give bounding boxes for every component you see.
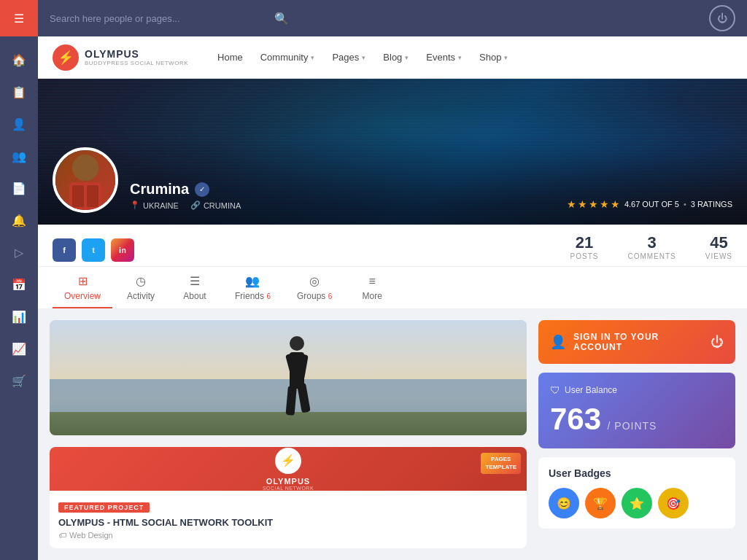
profile-cover: Crumina ✓ 📍 UKRAINE 🔗 CRUMINA bbox=[38, 79, 747, 225]
rating-separator: • bbox=[684, 200, 686, 209]
about-label: About bbox=[183, 291, 206, 301]
nav-pages[interactable]: Pages ▾ bbox=[332, 52, 365, 63]
stat-views: 45 VIEWS bbox=[705, 233, 732, 260]
star-2: ★ bbox=[578, 198, 587, 210]
signin-user-icon: 👤 bbox=[550, 334, 566, 350]
posts-count: 21 bbox=[570, 233, 599, 252]
badge-item-2: 🏆 bbox=[585, 488, 616, 518]
project-logo-name: OLYMPUS bbox=[266, 477, 310, 486]
svg-rect-3 bbox=[87, 185, 98, 207]
content-left: ⚡ OLYMPUS SOCIAL NETWORK PAGES TEMPLATE … bbox=[50, 320, 527, 548]
profile-avatar bbox=[53, 147, 118, 213]
groups-badge: 6 bbox=[328, 292, 333, 300]
svg-rect-8 bbox=[286, 386, 297, 416]
sidebar-icon-pages[interactable]: 📄 bbox=[6, 175, 32, 201]
site-navbar: ⚡ OLYMPUS BUDDYPRESS SOCIAL NETWORK Home… bbox=[38, 36, 747, 79]
nav-events[interactable]: Events ▾ bbox=[426, 52, 462, 63]
link-icon: 🔗 bbox=[190, 201, 201, 210]
search-icon[interactable]: 🔍 bbox=[274, 12, 289, 26]
more-label: More bbox=[363, 291, 382, 301]
hamburger-icon: ☰ bbox=[14, 12, 24, 26]
search-box: 🔍 bbox=[50, 12, 709, 26]
sidebar-icon-posts[interactable]: 📋 bbox=[6, 79, 32, 105]
nav-home[interactable]: Home bbox=[217, 52, 243, 63]
facebook-icon: f bbox=[63, 246, 66, 254]
badge-item-1: 😊 bbox=[549, 488, 579, 518]
profile-info-overlay: Crumina ✓ 📍 UKRAINE 🔗 CRUMINA bbox=[38, 136, 747, 225]
friends-badge: 6 bbox=[266, 292, 271, 300]
star-4: ★ bbox=[600, 198, 609, 210]
facebook-button[interactable]: f bbox=[53, 238, 76, 262]
verified-badge: ✓ bbox=[195, 182, 209, 197]
profile-location: 📍 UKRAINE bbox=[130, 201, 179, 210]
svg-rect-9 bbox=[297, 383, 311, 413]
pages-badge-line2: TEMPLATE bbox=[485, 464, 516, 471]
sidebar-icon-home[interactable]: 🏠 bbox=[6, 47, 32, 73]
project-logo: ⚡ OLYMPUS SOCIAL NETWORK bbox=[263, 448, 314, 491]
tab-activity[interactable]: ◷ Activity bbox=[115, 267, 166, 308]
sidebar-icon-play[interactable]: ▷ bbox=[6, 239, 32, 265]
sidebar-icon-chart[interactable]: 📊 bbox=[6, 303, 32, 330]
nav-community[interactable]: Community ▾ bbox=[260, 52, 315, 63]
power-icon: ⏻ bbox=[717, 12, 727, 24]
left-sidebar: ☰ 🏠 📋 👤 👥 📄 🔔 ▷ 📅 📊 📈 🛒 bbox=[0, 0, 38, 560]
comments-count: 3 bbox=[627, 233, 676, 252]
signin-power-icon: ⏻ bbox=[711, 335, 724, 350]
profile-text-info: Crumina ✓ 📍 UKRAINE 🔗 CRUMINA bbox=[130, 181, 241, 213]
content-area: ⚡ OLYMPUS SOCIAL NETWORK PAGES TEMPLATE … bbox=[38, 308, 747, 560]
friends-label: Friends 6 bbox=[235, 291, 271, 301]
star-1: ★ bbox=[567, 198, 576, 210]
tab-more[interactable]: ≡ More bbox=[347, 268, 398, 308]
twitter-icon: t bbox=[92, 246, 95, 254]
project-title[interactable]: OLYMPUS - HTML SOCIAL NETWORK TOOLKIT bbox=[58, 517, 518, 528]
signin-left: 👤 SIGN IN TO YOUR ACCOUNT bbox=[550, 332, 711, 352]
svg-point-4 bbox=[290, 336, 304, 351]
stat-posts: 21 POSTS bbox=[570, 233, 599, 260]
rating-value: 4.67 OUT OF 5 bbox=[624, 200, 679, 209]
sidebar-icon-bell[interactable]: 🔔 bbox=[6, 207, 32, 233]
logo-icon: ⚡ bbox=[53, 44, 79, 71]
project-logo-icon: ⚡ bbox=[275, 448, 301, 474]
sidebar-icon-analytics[interactable]: 📈 bbox=[6, 335, 32, 362]
menu-button[interactable]: ☰ bbox=[0, 0, 38, 36]
project-info: FEATURED PROJECT OLYMPUS - HTML SOCIAL N… bbox=[50, 491, 527, 548]
instagram-button[interactable]: in bbox=[111, 238, 134, 262]
sidebar-icon-user[interactable]: 👤 bbox=[6, 111, 32, 137]
profile-name-row: Crumina ✓ bbox=[130, 181, 241, 198]
stat-comments: 3 COMMENTS bbox=[627, 233, 676, 260]
tab-groups[interactable]: ◎ Groups 6 bbox=[285, 267, 344, 308]
svg-rect-2 bbox=[72, 185, 84, 207]
project-lightning-icon: ⚡ bbox=[281, 454, 295, 467]
tab-overview[interactable]: ⊞ Overview bbox=[53, 267, 112, 308]
sidebar-icon-calendar[interactable]: 📅 bbox=[6, 271, 32, 298]
sidebar-icon-shop[interactable]: 🛒 bbox=[6, 368, 32, 394]
about-icon: ☰ bbox=[190, 274, 200, 288]
balance-card: 🛡 User Balance 763 / POINTS bbox=[538, 373, 735, 448]
featured-tag: FEATURED PROJECT bbox=[58, 502, 150, 513]
twitter-button[interactable]: t bbox=[82, 238, 105, 262]
tab-friends[interactable]: 👥 Friends 6 bbox=[223, 267, 282, 308]
search-input[interactable] bbox=[50, 13, 268, 24]
nav-blog[interactable]: Blog ▾ bbox=[383, 52, 409, 63]
balance-unit: / POINTS bbox=[608, 420, 657, 432]
activity-icon: ◷ bbox=[136, 274, 146, 288]
balance-number: 763 bbox=[550, 402, 601, 436]
pages-badge-line1: PAGES bbox=[485, 456, 516, 463]
profile-name: Crumina bbox=[130, 181, 189, 198]
power-button[interactable]: ⏻ bbox=[709, 5, 735, 31]
sidebar-icon-users[interactable]: 👥 bbox=[6, 143, 32, 169]
slider-image-content bbox=[50, 320, 527, 435]
overview-icon: ⊞ bbox=[78, 274, 88, 288]
tag-icon: 🏷 bbox=[58, 531, 66, 540]
slider-card bbox=[50, 320, 527, 435]
nav-shop[interactable]: Shop ▾ bbox=[479, 52, 508, 63]
badges-card: User Badges 😊 🏆 ⭐ 🎯 bbox=[538, 457, 735, 529]
signin-card[interactable]: 👤 SIGN IN TO YOUR ACCOUNT ⏻ bbox=[538, 320, 735, 364]
more-icon: ≡ bbox=[369, 275, 376, 288]
badge-item-3: ⭐ bbox=[622, 488, 652, 518]
logo-name: OLYMPUS bbox=[85, 48, 188, 60]
tab-about[interactable]: ☰ About bbox=[169, 267, 220, 308]
project-thumbnail: ⚡ OLYMPUS SOCIAL NETWORK PAGES TEMPLATE bbox=[50, 447, 527, 491]
project-card: ⚡ OLYMPUS SOCIAL NETWORK PAGES TEMPLATE … bbox=[50, 447, 527, 548]
balance-amount: 763 / POINTS bbox=[550, 402, 724, 437]
